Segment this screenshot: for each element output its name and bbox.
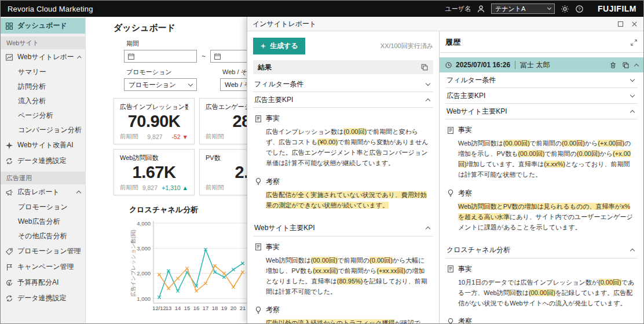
svg-text:2,000: 2,000 [137, 270, 151, 276]
section-header[interactable]: Webサイト主要KPI [445, 104, 638, 119]
generate-button[interactable]: 生成する [253, 38, 305, 54]
date-separator: ~ [202, 52, 206, 60]
chevron-down-icon [630, 77, 635, 81]
text-segment: で前期間の [544, 150, 577, 157]
sidebar-item-label: サマリー [18, 68, 46, 76]
tenant-select[interactable]: テナントA [491, 3, 555, 14]
window-body: 生成する XX/100回実行済み 結果 フィルター条件広告主要KPI事実広告イン… [247, 31, 643, 323]
svg-text:12/12: 12/12 [152, 305, 166, 311]
sidebar-subitem[interactable]: 訪問分析 [1, 79, 85, 94]
sidebar-item[interactable]: Webサイトレポート [1, 49, 85, 65]
copy-icon[interactable] [420, 63, 429, 71]
settings-gear-icon[interactable] [561, 5, 569, 13]
section-header[interactable]: 広告主要KPI [445, 88, 638, 104]
text-segment: (¥0.00) [317, 139, 338, 145]
copy-icon[interactable] [622, 61, 630, 69]
promotion-select[interactable]: プロモーション [124, 78, 197, 91]
sidebar-item-label: 広告運用 [6, 174, 32, 183]
calendar-icon [127, 53, 135, 60]
svg-text:14: 14 [175, 305, 181, 311]
sidebar-item-label: キャンペーン管理 [17, 262, 74, 272]
chevron-up-icon[interactable] [634, 63, 639, 68]
section-header[interactable]: 広告主要KPI [253, 92, 433, 108]
kpi-card: Web訪問回数1.67K前期間9,827+1,310 ▲ [114, 149, 195, 195]
window-titlebar: インサイトレポート [247, 17, 643, 31]
previous-period-label: 前期間 [206, 184, 224, 192]
maximize-button[interactable] [617, 20, 624, 28]
sidebar-item-label: Webサイト改善AI [17, 140, 74, 150]
sidebar-item[interactable]: 広告レポート [1, 184, 85, 200]
sidebar-subitem[interactable]: ページ分析 [1, 108, 85, 123]
sidebar-subitem[interactable]: Web広告分析 [1, 214, 85, 229]
chevron-up-icon [630, 110, 635, 114]
chevron-up-icon [76, 56, 81, 60]
entry-user: 冨士 太郎 [520, 60, 550, 70]
block-label: 考察 [458, 188, 472, 198]
insight-block: 考察広告配信が全く実施されていない状況であり、費用対効果の測定ができない状態が続… [254, 177, 431, 210]
result-bar: 結果 [253, 60, 433, 74]
previous-period-label: 前期間 [120, 133, 138, 141]
insight-block: 考察広告以外の流入経路からのトラフィック獲得が確認でき、サイトへの認知度向上が見… [254, 305, 431, 323]
text-segment: (0.00回) [562, 140, 585, 147]
text-segment: 広告配信が全く実施されていない状況であり、費用対効果の測定ができない状態が続いて… [266, 191, 427, 209]
svg-text:?: ? [578, 6, 581, 12]
insight-bulb-icon [254, 177, 262, 185]
text-segment: で前期間から [338, 267, 377, 274]
text-segment: (00.00回) [529, 289, 555, 296]
sidebar-subitem[interactable]: サマリー [1, 65, 85, 79]
calendar-icon [214, 53, 221, 60]
svg-text:20: 20 [230, 305, 237, 311]
block-label-row: 考察 [447, 316, 635, 323]
help-icon[interactable]: ? [575, 5, 584, 13]
sidebar-subitem[interactable]: コンバージョン分析 [1, 123, 85, 137]
text-segment: (+x.00回) [598, 140, 624, 147]
block-label: 事実 [458, 125, 472, 135]
window-title: インサイトレポート [253, 19, 316, 29]
svg-text:広告インプレッション数(回): 広告インプレッション数(回) [130, 230, 136, 297]
close-button[interactable] [631, 20, 638, 28]
clock-icon [445, 61, 452, 69]
sidebar-item-label: データ連携設定 [17, 293, 67, 303]
sidebar-item[interactable]: Webサイト改善AI [1, 137, 85, 153]
collapse-panel-icon[interactable] [630, 39, 638, 46]
section-body: 事実10月1日のデータでは広告インプレッション数が(0.00回)である一方、We… [445, 259, 638, 323]
section-title: フィルター条件 [254, 79, 303, 89]
text-segment: (0.00回) [343, 128, 367, 135]
sidebar-item[interactable]: ダッシュボード [1, 18, 85, 34]
entry-actions [609, 61, 638, 69]
sidebar-item[interactable]: データ連携設定 [1, 290, 85, 306]
fact-doc-icon [447, 126, 455, 134]
svg-text:1,000: 1,000 [137, 296, 151, 302]
fact-doc-icon [447, 265, 455, 273]
promotion-filter: プロモーション プロモーション [114, 68, 197, 91]
sidebar-subitem[interactable]: 流入分析 [1, 94, 85, 108]
section-header[interactable]: フィルター条件 [253, 77, 433, 92]
section-header[interactable]: Webサイト主要KPI [253, 221, 433, 236]
user-icon [477, 5, 485, 13]
date-from-input[interactable] [124, 50, 197, 63]
section-header[interactable]: クロスチャネル分析 [445, 243, 638, 259]
app-root: Revoria Cloud Marketing ユーザ名 テナントA ? FUJ… [0, 0, 644, 324]
text-segment: (0.00回) [577, 150, 600, 157]
kpi-label: 広告インプレッション数 [120, 103, 188, 111]
section-header[interactable]: フィルター条件 [445, 72, 638, 88]
sidebar-item-label: その他広告分析 [18, 232, 67, 240]
sidebar-item[interactable]: 予算再配分AI [1, 275, 85, 290]
block-label: 考察 [458, 316, 472, 323]
block-text: 広告以外の流入経路からのトラフィック獲得が確認でき、サイトへの認知度向上が見られ… [266, 318, 431, 323]
history-entry[interactable]: 2025/07/01 16:26 冨士 太郎 [440, 57, 643, 72]
sidebar-item-label: 流入分析 [18, 97, 46, 105]
insight-block: 考察広告施策が実施されていない中でのWeb訪問の発生は、オーガニック検索や直接流… [447, 316, 635, 323]
sidebar-subitem[interactable]: プロモーション [1, 200, 85, 214]
delete-icon[interactable] [609, 61, 617, 69]
chevron-up-icon [630, 249, 635, 253]
tag-icon [5, 247, 13, 256]
block-label: 考察 [266, 305, 280, 315]
sidebar-item[interactable]: キャンペーン管理 [1, 259, 85, 275]
svg-text:13: 13 [166, 305, 172, 311]
sidebar-item[interactable]: プロモーション管理 [1, 243, 85, 259]
sidebar-subitem[interactable]: その他広告分析 [1, 229, 85, 243]
block-label-row: 事実 [254, 114, 431, 123]
history-sections: フィルター条件広告主要KPIWebサイト主要KPI事実Web訪問回数は(00.0… [445, 72, 638, 323]
sidebar-item[interactable]: データ連携設定 [1, 153, 85, 169]
